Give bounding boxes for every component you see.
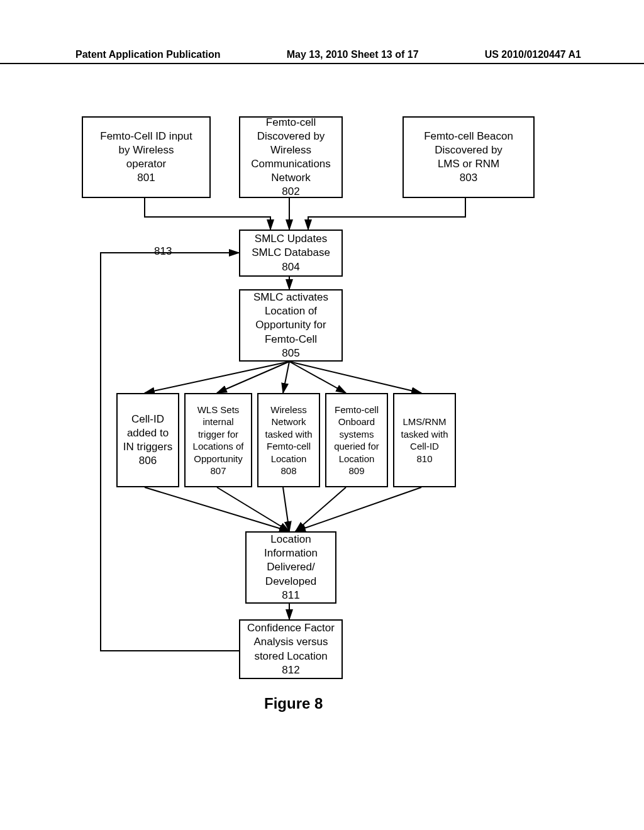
text: Locations of bbox=[193, 440, 244, 453]
text: Confidence Factor bbox=[247, 621, 335, 635]
header-center: May 13, 2010 Sheet 13 of 17 bbox=[287, 49, 419, 60]
page-header: Patent Application Publication May 13, 2… bbox=[0, 49, 644, 64]
text: LMS or RNM bbox=[438, 157, 499, 171]
svg-line-8 bbox=[296, 487, 346, 531]
text: 808 bbox=[280, 465, 296, 477]
text: 802 bbox=[282, 185, 299, 199]
text: Femto-cell Beacon bbox=[424, 130, 513, 143]
text: Femto-cell bbox=[335, 404, 379, 416]
text: Network bbox=[271, 416, 306, 428]
box-812: Confidence Factor Analysis versus stored… bbox=[239, 619, 343, 679]
text: 807 bbox=[210, 465, 226, 477]
text: Analysis versus bbox=[253, 635, 328, 649]
svg-line-2 bbox=[283, 362, 289, 393]
svg-line-1 bbox=[217, 362, 289, 393]
box-803: Femto-cell Beacon Discovered by LMS or R… bbox=[402, 116, 535, 198]
flowchart-diagram: Femto-Cell ID input by Wireless operator… bbox=[82, 116, 566, 745]
label-813: 813 bbox=[154, 245, 172, 258]
text: trigger for bbox=[198, 428, 238, 441]
text: Femto-cell bbox=[267, 440, 311, 453]
text: tasked with bbox=[401, 428, 448, 441]
text: Communications bbox=[251, 157, 331, 171]
text: Femto-Cell ID input bbox=[100, 130, 192, 143]
text: stored Location bbox=[254, 650, 327, 663]
box-810: LMS/RNM tasked with Cell-ID 810 bbox=[393, 393, 456, 487]
text: Delivered/ bbox=[267, 560, 315, 574]
text: Information bbox=[264, 546, 318, 560]
text: Opportunity bbox=[194, 453, 243, 465]
text: internal bbox=[203, 416, 233, 428]
header-right: US 2010/0120447 A1 bbox=[485, 49, 581, 60]
text: 803 bbox=[460, 171, 477, 185]
text: 811 bbox=[282, 589, 299, 602]
text: SMLC Updates bbox=[255, 232, 327, 246]
box-801: Femto-Cell ID input by Wireless operator… bbox=[82, 116, 211, 198]
header-left: Patent Application Publication bbox=[75, 49, 221, 60]
text: Opportunity for bbox=[255, 318, 326, 332]
text: IN triggers bbox=[123, 440, 172, 454]
text: Developed bbox=[265, 575, 316, 589]
text: SMLC activates bbox=[253, 290, 328, 304]
text: WLS Sets bbox=[197, 404, 240, 416]
figure-caption: Figure 8 bbox=[264, 695, 323, 712]
text: tasked with bbox=[265, 428, 312, 441]
text: Cell-ID bbox=[131, 412, 164, 426]
text: Discovered by bbox=[435, 143, 502, 157]
box-808: Wireless Network tasked with Femto-cell … bbox=[257, 393, 320, 487]
svg-line-7 bbox=[283, 487, 289, 531]
svg-line-5 bbox=[145, 487, 289, 531]
text: 810 bbox=[416, 453, 432, 465]
svg-line-4 bbox=[289, 362, 421, 393]
text: Onboard bbox=[338, 416, 375, 428]
text: queried for bbox=[334, 440, 379, 453]
box-805: SMLC activates Location of Opportunity f… bbox=[239, 289, 343, 362]
text: Location bbox=[339, 453, 375, 465]
text: Femto-cell bbox=[266, 116, 316, 130]
text: systems bbox=[339, 428, 374, 441]
box-806: Cell-ID added to IN triggers 806 bbox=[116, 393, 179, 487]
text: Network bbox=[271, 171, 310, 185]
text: Wireless bbox=[270, 143, 311, 157]
text: 804 bbox=[282, 260, 299, 274]
svg-line-9 bbox=[296, 487, 421, 531]
box-807: WLS Sets internal trigger for Locations … bbox=[184, 393, 252, 487]
text: 805 bbox=[282, 346, 299, 360]
svg-line-6 bbox=[217, 487, 289, 531]
box-809: Femto-cell Onboard systems queried for L… bbox=[325, 393, 388, 487]
svg-line-0 bbox=[145, 362, 289, 393]
text: SMLC Database bbox=[252, 246, 330, 260]
text: Wireless bbox=[270, 404, 307, 416]
text: Location bbox=[271, 453, 307, 465]
text: Location of bbox=[265, 304, 317, 318]
text: Location bbox=[270, 533, 311, 546]
text: Discovered by bbox=[257, 130, 325, 143]
text: operator bbox=[126, 157, 166, 171]
box-804: SMLC Updates SMLC Database 804 bbox=[239, 230, 343, 277]
text: 812 bbox=[282, 663, 299, 677]
box-811: Location Information Delivered/ Develope… bbox=[245, 531, 336, 604]
text: 801 bbox=[137, 171, 155, 185]
text: 806 bbox=[139, 454, 157, 468]
text: Femto-Cell bbox=[265, 333, 317, 346]
text: Cell-ID bbox=[410, 440, 439, 453]
text: LMS/RNM bbox=[402, 416, 446, 428]
text: 809 bbox=[348, 465, 364, 477]
svg-line-3 bbox=[289, 362, 346, 393]
text: by Wireless bbox=[119, 143, 174, 157]
text: added to bbox=[127, 426, 169, 440]
box-802: Femto-cell Discovered by Wireless Commun… bbox=[239, 116, 343, 198]
